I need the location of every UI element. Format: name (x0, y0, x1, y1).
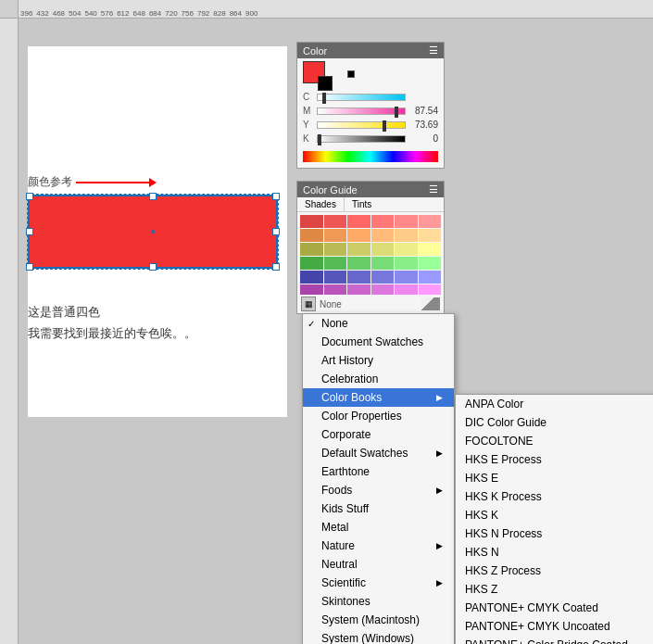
submenu-item-hks-k[interactable]: HKS K (456, 506, 653, 524)
menu-item-art-history[interactable]: Art History (303, 351, 454, 370)
handle-bottom-right[interactable] (272, 263, 280, 271)
tab-shades[interactable]: Shades (297, 197, 345, 211)
guide-swatch-cell[interactable] (371, 229, 395, 242)
guide-swatch-cell[interactable] (324, 271, 347, 284)
guide-swatch-cell[interactable] (300, 271, 323, 284)
submenu-item-focoltone[interactable]: FOCOLTONE (456, 432, 653, 450)
color-guide-menu-icon[interactable]: ☰ (429, 183, 438, 196)
guide-swatch-cell[interactable] (419, 215, 442, 228)
guide-swatch-cell[interactable] (371, 257, 395, 270)
guide-swatch-cell[interactable] (419, 229, 442, 242)
guide-swatch-cell[interactable] (324, 229, 347, 242)
menu-item-color-books[interactable]: Color Books ▶ (303, 388, 454, 407)
guide-swatch-cell[interactable] (324, 243, 347, 256)
slider-c-thumb[interactable] (322, 93, 326, 104)
submenu-arrow-color-books: ▶ (436, 393, 443, 402)
slider-y-thumb[interactable] (383, 120, 386, 132)
dropdown-menu: None Document Swatches Art History Celeb… (302, 313, 455, 644)
menu-item-document-swatches[interactable]: Document Swatches (303, 333, 454, 351)
submenu-item-hks-e[interactable]: HKS E (456, 469, 653, 487)
guide-swatch-cell[interactable] (419, 271, 442, 284)
menu-item-celebration[interactable]: Celebration (303, 370, 454, 388)
guide-swatch-cell[interactable] (324, 257, 347, 270)
menu-item-default-swatches[interactable]: Default Swatches ▶ (303, 444, 454, 462)
slider-k-track[interactable] (317, 135, 406, 143)
annotation-text: 颜色参考 (28, 174, 72, 190)
menu-item-metal[interactable]: Metal (303, 518, 454, 537)
guide-swatch-cell[interactable] (419, 243, 442, 256)
guide-swatch-cell[interactable] (419, 257, 442, 270)
guide-swatch-cell[interactable] (324, 215, 347, 228)
slider-c-track[interactable] (317, 94, 406, 101)
handle-bottom-left[interactable] (26, 263, 33, 271)
spectrum-bar[interactable] (303, 151, 438, 162)
submenu-item-hks-n-process[interactable]: HKS N Process (456, 524, 653, 543)
guide-swatch-cell[interactable] (395, 271, 418, 284)
submenu-item-pantone-cmyk-uncoated[interactable]: PANTONE+ CMYK Uncoated (456, 617, 653, 636)
submenu-item-anpa[interactable]: ANPA Color (456, 395, 653, 413)
guide-swatch-cell[interactable] (300, 229, 323, 242)
ruler-tick: 864 (230, 9, 242, 18)
ruler-tick: 792 (197, 9, 209, 18)
guide-swatch-cell[interactable] (347, 271, 370, 284)
guide-swatch-cell[interactable] (300, 257, 323, 270)
submenu-item-hks-z[interactable]: HKS Z (456, 580, 653, 599)
slider-k-thumb[interactable] (318, 134, 321, 145)
menu-item-earthtone[interactable]: Earthtone (303, 462, 454, 481)
submenu-item-hks-k-process[interactable]: HKS K Process (456, 487, 653, 506)
submenu-item-hks-e-process[interactable]: HKS E Process (456, 450, 653, 469)
guide-swatch-cell[interactable] (371, 243, 395, 256)
color-panel: Color ☰ C M 87.54 (296, 42, 445, 169)
guide-swatch-grid (297, 212, 444, 300)
menu-item-kids-stuff[interactable]: Kids Stuff (303, 499, 454, 518)
menu-item-nature[interactable]: Nature ▶ (303, 537, 454, 555)
guide-swatch-cell[interactable] (347, 229, 370, 242)
guide-swatch-cell[interactable] (395, 243, 418, 256)
menu-item-system-win[interactable]: System (Windows) (303, 629, 454, 644)
slider-k-value: 0 (408, 133, 438, 144)
menu-item-scientific[interactable]: Scientific ▶ (303, 574, 454, 592)
submenu-item-hks-n[interactable]: HKS N (456, 543, 653, 562)
submenu-item-hks-z-process[interactable]: HKS Z Process (456, 562, 653, 580)
color-panel-menu-icon[interactable]: ☰ (429, 44, 438, 57)
menu-item-neutral[interactable]: Neutral (303, 555, 454, 574)
guide-swatch-cell[interactable] (300, 215, 323, 228)
menu-item-color-properties[interactable]: Color Properties (303, 407, 454, 425)
handle-top-mid[interactable] (149, 193, 157, 200)
slider-c: C (297, 90, 444, 104)
submenu-item-hks-n-label: HKS N (465, 546, 499, 559)
none-swatch-icon[interactable]: ▦ (301, 297, 316, 311)
selected-rectangle[interactable] (28, 195, 278, 269)
guide-swatch-cell[interactable] (395, 229, 418, 242)
guide-swatch-cell[interactable] (395, 257, 418, 270)
guide-swatch-cell[interactable] (347, 257, 370, 270)
menu-item-corporate[interactable]: Corporate (303, 425, 454, 444)
handle-mid-right[interactable] (272, 228, 280, 235)
menu-item-system-mac[interactable]: System (Macintosh) (303, 611, 454, 629)
guide-swatch-cell[interactable] (371, 215, 395, 228)
submenu-item-pantone-cb-coated[interactable]: PANTONE+ Color Bridge Coated (456, 636, 653, 644)
handle-mid-left[interactable] (26, 228, 33, 235)
slider-y-track[interactable] (317, 121, 406, 129)
background-swatch[interactable] (318, 76, 333, 91)
menu-item-foods[interactable]: Foods ▶ (303, 481, 454, 499)
handle-top-left[interactable] (26, 193, 33, 200)
submenu-item-dic[interactable]: DIC Color Guide (456, 413, 653, 432)
menu-item-none[interactable]: None (303, 314, 454, 333)
guide-swatch-cell[interactable] (347, 243, 370, 256)
submenu-item-hks-k-label: HKS K (465, 509, 498, 522)
guide-swatch-cell[interactable] (300, 243, 323, 256)
slider-m-thumb[interactable] (395, 107, 398, 118)
guide-swatch-cell[interactable] (371, 271, 395, 284)
menu-item-skintones[interactable]: Skintones (303, 592, 454, 611)
handle-bottom-mid[interactable] (149, 263, 157, 271)
cmyk-indicator (347, 70, 355, 78)
guide-swatch-cell[interactable] (347, 215, 370, 228)
submenu-item-pantone-cmyk-coated[interactable]: PANTONE+ CMYK Coated (456, 599, 653, 617)
cmyk-indicators (347, 70, 355, 78)
menu-item-skintones-label: Skintones (321, 595, 370, 608)
slider-m-track[interactable] (317, 107, 406, 115)
guide-swatch-cell[interactable] (395, 215, 418, 228)
tab-tints[interactable]: Tints (345, 197, 379, 211)
handle-top-right[interactable] (272, 193, 280, 200)
